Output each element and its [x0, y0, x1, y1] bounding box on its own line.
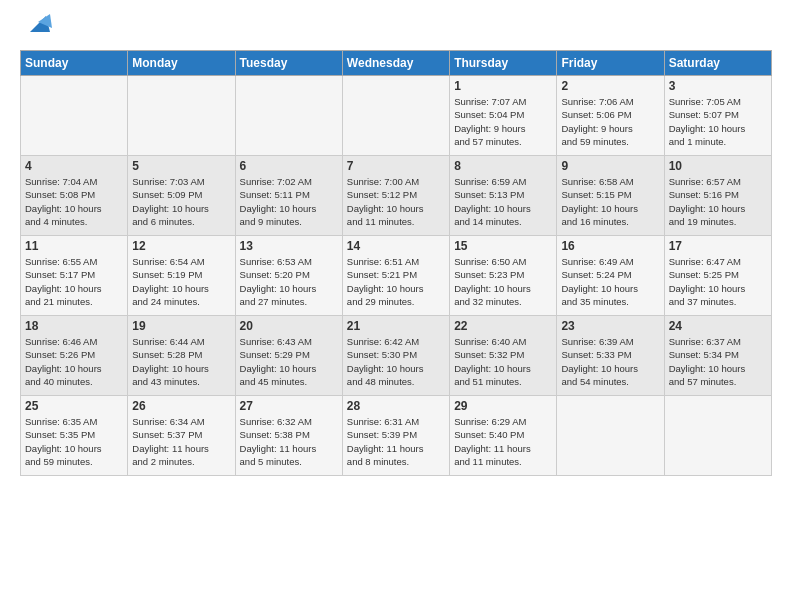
calendar-cell: 21Sunrise: 6:42 AM Sunset: 5:30 PM Dayli…: [342, 316, 449, 396]
day-info: Sunrise: 6:47 AM Sunset: 5:25 PM Dayligh…: [669, 255, 767, 308]
day-number: 2: [561, 79, 659, 93]
header-cell-wednesday: Wednesday: [342, 51, 449, 76]
header-cell-saturday: Saturday: [664, 51, 771, 76]
day-number: 23: [561, 319, 659, 333]
day-info: Sunrise: 6:43 AM Sunset: 5:29 PM Dayligh…: [240, 335, 338, 388]
calendar-cell: 13Sunrise: 6:53 AM Sunset: 5:20 PM Dayli…: [235, 236, 342, 316]
header: [20, 16, 772, 40]
calendar-cell: 4Sunrise: 7:04 AM Sunset: 5:08 PM Daylig…: [21, 156, 128, 236]
calendar-cell: 10Sunrise: 6:57 AM Sunset: 5:16 PM Dayli…: [664, 156, 771, 236]
day-number: 18: [25, 319, 123, 333]
day-info: Sunrise: 6:53 AM Sunset: 5:20 PM Dayligh…: [240, 255, 338, 308]
day-info: Sunrise: 6:46 AM Sunset: 5:26 PM Dayligh…: [25, 335, 123, 388]
calendar-cell: [128, 76, 235, 156]
day-info: Sunrise: 7:05 AM Sunset: 5:07 PM Dayligh…: [669, 95, 767, 148]
calendar-cell: 24Sunrise: 6:37 AM Sunset: 5:34 PM Dayli…: [664, 316, 771, 396]
day-info: Sunrise: 7:07 AM Sunset: 5:04 PM Dayligh…: [454, 95, 552, 148]
header-cell-friday: Friday: [557, 51, 664, 76]
day-number: 7: [347, 159, 445, 173]
calendar-body: 1Sunrise: 7:07 AM Sunset: 5:04 PM Daylig…: [21, 76, 772, 476]
day-number: 8: [454, 159, 552, 173]
day-info: Sunrise: 6:37 AM Sunset: 5:34 PM Dayligh…: [669, 335, 767, 388]
day-number: 29: [454, 399, 552, 413]
calendar-cell: 15Sunrise: 6:50 AM Sunset: 5:23 PM Dayli…: [450, 236, 557, 316]
day-info: Sunrise: 6:39 AM Sunset: 5:33 PM Dayligh…: [561, 335, 659, 388]
day-number: 13: [240, 239, 338, 253]
calendar-cell: 7Sunrise: 7:00 AM Sunset: 5:12 PM Daylig…: [342, 156, 449, 236]
day-info: Sunrise: 6:57 AM Sunset: 5:16 PM Dayligh…: [669, 175, 767, 228]
day-info: Sunrise: 6:31 AM Sunset: 5:39 PM Dayligh…: [347, 415, 445, 468]
day-number: 28: [347, 399, 445, 413]
header-cell-thursday: Thursday: [450, 51, 557, 76]
calendar-cell: 29Sunrise: 6:29 AM Sunset: 5:40 PM Dayli…: [450, 396, 557, 476]
calendar-cell: 8Sunrise: 6:59 AM Sunset: 5:13 PM Daylig…: [450, 156, 557, 236]
calendar-table: SundayMondayTuesdayWednesdayThursdayFrid…: [20, 50, 772, 476]
calendar-cell: 1Sunrise: 7:07 AM Sunset: 5:04 PM Daylig…: [450, 76, 557, 156]
day-info: Sunrise: 6:54 AM Sunset: 5:19 PM Dayligh…: [132, 255, 230, 308]
calendar-cell: [664, 396, 771, 476]
day-number: 1: [454, 79, 552, 93]
day-number: 6: [240, 159, 338, 173]
day-info: Sunrise: 7:00 AM Sunset: 5:12 PM Dayligh…: [347, 175, 445, 228]
calendar-cell: 14Sunrise: 6:51 AM Sunset: 5:21 PM Dayli…: [342, 236, 449, 316]
calendar-cell: 16Sunrise: 6:49 AM Sunset: 5:24 PM Dayli…: [557, 236, 664, 316]
page: SundayMondayTuesdayWednesdayThursdayFrid…: [0, 0, 792, 486]
calendar-cell: 12Sunrise: 6:54 AM Sunset: 5:19 PM Dayli…: [128, 236, 235, 316]
day-number: 19: [132, 319, 230, 333]
day-info: Sunrise: 6:50 AM Sunset: 5:23 PM Dayligh…: [454, 255, 552, 308]
day-info: Sunrise: 6:44 AM Sunset: 5:28 PM Dayligh…: [132, 335, 230, 388]
day-number: 24: [669, 319, 767, 333]
day-number: 9: [561, 159, 659, 173]
day-number: 25: [25, 399, 123, 413]
calendar-cell: 26Sunrise: 6:34 AM Sunset: 5:37 PM Dayli…: [128, 396, 235, 476]
calendar-cell: 2Sunrise: 7:06 AM Sunset: 5:06 PM Daylig…: [557, 76, 664, 156]
calendar-cell: [21, 76, 128, 156]
calendar-cell: 17Sunrise: 6:47 AM Sunset: 5:25 PM Dayli…: [664, 236, 771, 316]
calendar-cell: 25Sunrise: 6:35 AM Sunset: 5:35 PM Dayli…: [21, 396, 128, 476]
calendar-cell: [557, 396, 664, 476]
day-number: 22: [454, 319, 552, 333]
day-number: 11: [25, 239, 123, 253]
day-number: 10: [669, 159, 767, 173]
calendar-cell: 22Sunrise: 6:40 AM Sunset: 5:32 PM Dayli…: [450, 316, 557, 396]
calendar-cell: 6Sunrise: 7:02 AM Sunset: 5:11 PM Daylig…: [235, 156, 342, 236]
calendar-cell: 27Sunrise: 6:32 AM Sunset: 5:38 PM Dayli…: [235, 396, 342, 476]
day-info: Sunrise: 6:58 AM Sunset: 5:15 PM Dayligh…: [561, 175, 659, 228]
calendar-cell: [342, 76, 449, 156]
header-cell-sunday: Sunday: [21, 51, 128, 76]
day-number: 15: [454, 239, 552, 253]
logo-icon: [22, 8, 54, 40]
calendar-cell: 20Sunrise: 6:43 AM Sunset: 5:29 PM Dayli…: [235, 316, 342, 396]
day-info: Sunrise: 6:55 AM Sunset: 5:17 PM Dayligh…: [25, 255, 123, 308]
calendar-cell: 28Sunrise: 6:31 AM Sunset: 5:39 PM Dayli…: [342, 396, 449, 476]
day-info: Sunrise: 6:59 AM Sunset: 5:13 PM Dayligh…: [454, 175, 552, 228]
day-number: 21: [347, 319, 445, 333]
week-row-3: 18Sunrise: 6:46 AM Sunset: 5:26 PM Dayli…: [21, 316, 772, 396]
day-number: 5: [132, 159, 230, 173]
calendar-header: SundayMondayTuesdayWednesdayThursdayFrid…: [21, 51, 772, 76]
day-info: Sunrise: 7:06 AM Sunset: 5:06 PM Dayligh…: [561, 95, 659, 148]
calendar-cell: 18Sunrise: 6:46 AM Sunset: 5:26 PM Dayli…: [21, 316, 128, 396]
day-info: Sunrise: 6:40 AM Sunset: 5:32 PM Dayligh…: [454, 335, 552, 388]
day-number: 14: [347, 239, 445, 253]
calendar-cell: 11Sunrise: 6:55 AM Sunset: 5:17 PM Dayli…: [21, 236, 128, 316]
calendar-cell: 19Sunrise: 6:44 AM Sunset: 5:28 PM Dayli…: [128, 316, 235, 396]
day-number: 16: [561, 239, 659, 253]
day-number: 27: [240, 399, 338, 413]
day-number: 26: [132, 399, 230, 413]
day-info: Sunrise: 6:42 AM Sunset: 5:30 PM Dayligh…: [347, 335, 445, 388]
day-info: Sunrise: 6:51 AM Sunset: 5:21 PM Dayligh…: [347, 255, 445, 308]
header-cell-monday: Monday: [128, 51, 235, 76]
day-number: 20: [240, 319, 338, 333]
week-row-0: 1Sunrise: 7:07 AM Sunset: 5:04 PM Daylig…: [21, 76, 772, 156]
day-number: 4: [25, 159, 123, 173]
calendar-cell: 23Sunrise: 6:39 AM Sunset: 5:33 PM Dayli…: [557, 316, 664, 396]
header-row: SundayMondayTuesdayWednesdayThursdayFrid…: [21, 51, 772, 76]
week-row-1: 4Sunrise: 7:04 AM Sunset: 5:08 PM Daylig…: [21, 156, 772, 236]
day-info: Sunrise: 7:02 AM Sunset: 5:11 PM Dayligh…: [240, 175, 338, 228]
logo: [20, 16, 54, 40]
calendar-cell: 5Sunrise: 7:03 AM Sunset: 5:09 PM Daylig…: [128, 156, 235, 236]
day-number: 3: [669, 79, 767, 93]
day-info: Sunrise: 7:04 AM Sunset: 5:08 PM Dayligh…: [25, 175, 123, 228]
week-row-2: 11Sunrise: 6:55 AM Sunset: 5:17 PM Dayli…: [21, 236, 772, 316]
